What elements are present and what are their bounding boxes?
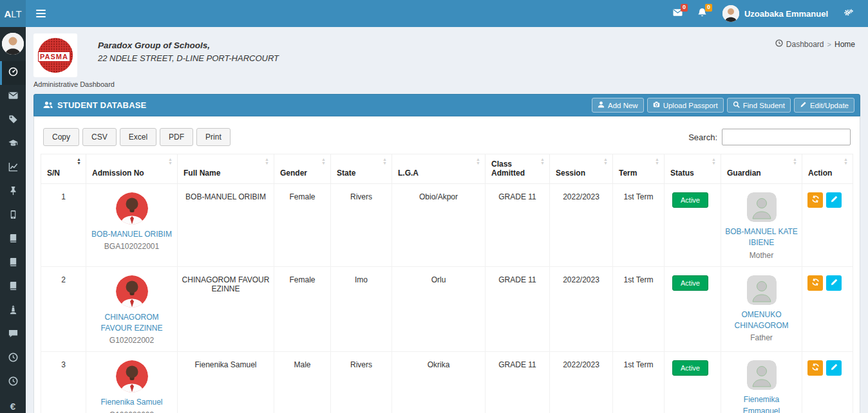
cell-guardian: OMENUKO CHINAGOROMFather [721, 266, 802, 352]
guardian-name-link[interactable]: Fienemika Emmanuel [725, 394, 798, 413]
graduation-cap-icon [8, 138, 18, 151]
edit-student-button[interactable] [826, 275, 842, 291]
sidebar-item-thumbtack[interactable] [0, 180, 26, 204]
sidebar-item-tag[interactable] [0, 109, 26, 133]
dashboard-clock-icon [775, 39, 783, 49]
cell-term: 1st Term [613, 352, 665, 413]
search-box: Search: [688, 129, 851, 145]
notifications-count-badge: 0 [705, 4, 712, 12]
status-active-button[interactable]: Active [672, 360, 708, 376]
column-header-guardian[interactable]: Guardian▲▼ [721, 154, 802, 184]
export-pdf-button[interactable]: PDF [160, 128, 193, 146]
user-menu[interactable]: Uzoabaka Emmanuel [715, 0, 836, 27]
column-header-state[interactable]: State▲▼ [331, 154, 392, 184]
export-copy-button[interactable]: Copy [43, 128, 79, 146]
upload-passport-button[interactable]: Upload Passport [647, 98, 724, 113]
cell-sn: 1 [41, 184, 86, 267]
school-logo: PASMA [33, 33, 77, 77]
student-name-link[interactable]: Fienenika Samuel [90, 397, 173, 408]
pencil-icon [830, 363, 838, 373]
sidebar-user-avatar[interactable] [2, 33, 24, 55]
student-photo[interactable] [116, 192, 148, 225]
comment-icon [8, 329, 18, 341]
export-excel-button[interactable]: Excel [120, 128, 156, 146]
sidebar-item-clock[interactable] [0, 347, 26, 371]
column-label: S/N [47, 169, 60, 178]
sidebar-item-book[interactable] [0, 228, 26, 252]
settings-button[interactable] [836, 0, 860, 27]
column-header-full-name[interactable]: Full Name▲▼ [178, 154, 274, 184]
export-print-button[interactable]: Print [196, 128, 231, 146]
column-header-s-n[interactable]: S/N▲▼ [41, 154, 86, 184]
sidebar-item-envelope[interactable] [0, 85, 26, 109]
table-toolbar: CopyCSVExcelPDFPrint Search: [43, 128, 851, 146]
cell-lga: Orlu [392, 266, 486, 352]
column-header-admission-no[interactable]: Admission No▲▼ [86, 154, 178, 184]
sidebar-item-mobile[interactable] [0, 204, 26, 228]
sidebar-item-euro[interactable]: € [0, 394, 26, 413]
status-active-button[interactable]: Active [672, 192, 708, 208]
navbar-right: 0 0 Uzoabaka Emmanuel [666, 0, 868, 27]
column-header-gender[interactable]: Gender▲▼ [274, 154, 331, 184]
student-photo[interactable] [116, 360, 148, 392]
clock-icon [8, 353, 18, 365]
cell-class-admitted: GRADE 11 [486, 352, 550, 413]
sync-student-button[interactable] [807, 360, 823, 376]
column-header-term[interactable]: Term▲▼ [613, 154, 665, 184]
status-active-button[interactable]: Active [672, 275, 708, 291]
sidebar-item-clock[interactable] [0, 371, 26, 394]
search-input[interactable] [722, 129, 851, 145]
sort-icon: ▲▼ [321, 158, 326, 165]
top-navbar: ALT 0 0 Uzoabaka Emmanuel [0, 0, 868, 27]
export-csv-button[interactable]: CSV [82, 128, 117, 146]
column-header-session[interactable]: Session▲▼ [550, 154, 613, 184]
sidebar-item-dashboard[interactable] [0, 61, 26, 85]
cell-action [802, 266, 853, 352]
sidebar-item-landmark[interactable] [0, 299, 26, 323]
column-header-class-admitted[interactable]: Class Admitted▲▼ [486, 154, 550, 184]
breadcrumb-dashboard-link[interactable]: Dashboard [786, 40, 824, 49]
cell-class-admitted: GRADE 11 [486, 266, 550, 352]
student-name-link[interactable]: CHINAGOROM FAVOUR EZINNE [90, 312, 173, 335]
chart-line-icon [8, 162, 18, 174]
sidebar-item-graduation-cap[interactable] [0, 133, 26, 156]
cell-sn: 3 [41, 352, 86, 413]
column-label: Full Name [184, 169, 220, 178]
edit-update-button[interactable]: Edit/Update [794, 98, 854, 113]
guardian-photo[interactable] [747, 360, 777, 390]
column-label: Action [808, 169, 832, 178]
add-new-label: Add New [608, 102, 638, 109]
column-header-action[interactable]: Action▲▼ [802, 154, 853, 184]
app-logo[interactable]: ALT [0, 0, 26, 27]
euro-icon: € [10, 401, 15, 412]
add-new-button[interactable]: Add New [592, 98, 644, 113]
column-header-l-g-a[interactable]: L.G.A▲▼ [392, 154, 486, 184]
sort-icon: ▲▼ [603, 158, 608, 165]
sidebar-item-book[interactable] [0, 252, 26, 275]
edit-student-button[interactable] [826, 192, 842, 208]
sidebar-item-chart-line[interactable] [0, 156, 26, 180]
notifications-button[interactable]: 0 [690, 0, 715, 27]
guardian-name-link[interactable]: BOB-MANUEL KATE IBIENE [725, 226, 798, 249]
sync-student-button[interactable] [807, 275, 823, 291]
sort-icon: ▲▼ [844, 158, 848, 165]
column-header-status[interactable]: Status▲▼ [665, 154, 721, 184]
sidebar-item-comment[interactable] [0, 323, 26, 347]
guardian-photo[interactable] [747, 275, 777, 305]
messages-button[interactable]: 0 [666, 0, 690, 27]
sidebar-toggle-button[interactable] [26, 0, 55, 27]
guardian-name-link[interactable]: OMENUKO CHINAGOROM [725, 309, 798, 332]
guardian-photo[interactable] [747, 192, 777, 222]
student-name-link[interactable]: BOB-MANUEL ORIBIM [90, 229, 173, 240]
find-student-button[interactable]: Find Student [727, 98, 791, 113]
app-logo-bold: A [4, 8, 11, 19]
sort-icon: ▲▼ [540, 158, 545, 165]
sidebar-item-book[interactable] [0, 275, 26, 299]
sort-icon: ▲▼ [265, 158, 269, 165]
edit-student-button[interactable] [826, 360, 842, 376]
sync-student-button[interactable] [807, 192, 823, 208]
school-address: 22 NDELE STREET, D-LINE PORT-HARCOURT [98, 53, 279, 63]
sort-icon: ▲▼ [712, 158, 716, 165]
student-photo[interactable] [116, 275, 148, 307]
column-label: State [337, 169, 355, 178]
